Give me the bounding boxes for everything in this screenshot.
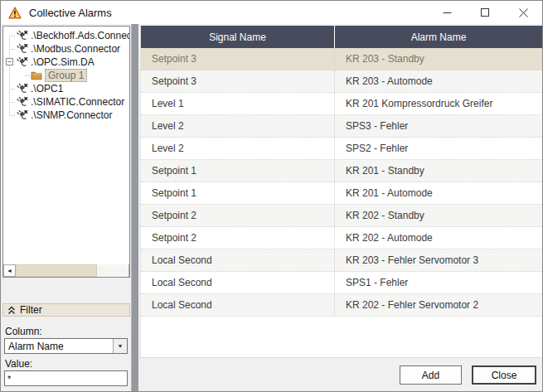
connector-tree: .\Beckhoff.Ads.Connec .\Modbus.Connector <box>3 29 129 122</box>
alarm-cell: SPS2 - Fehler <box>335 138 542 159</box>
signal-cell: Local Second <box>141 294 335 316</box>
close-window-button[interactable] <box>504 1 542 24</box>
table-row[interactable]: Setpoint 1 KR 201 - Standby <box>141 160 542 182</box>
alarm-table: Signal Name Alarm Name Setpoint 3 KR 203… <box>140 26 542 381</box>
collapse-expander-icon[interactable]: − <box>6 58 13 65</box>
connector-plug-icon <box>16 56 28 68</box>
alarm-cell: KR 201 - Automode <box>335 182 542 204</box>
tree-item-group-1[interactable]: Group 1 <box>3 69 129 82</box>
tree-item-label: .\Beckhoff.Ads.Connec <box>31 30 130 41</box>
alarm-cell: KR 203 - Fehler Servomotor 3 <box>335 249 542 271</box>
dropdown-button[interactable]: ▼ <box>113 339 127 353</box>
signal-cell: Setpoint 3 <box>141 48 335 70</box>
scroll-left-button[interactable]: ◄ <box>3 264 16 277</box>
alarm-cell: KR 202 - Standby <box>335 205 542 226</box>
signal-cell: Setpoint 3 <box>141 70 335 92</box>
table-row[interactable]: Setpoint 3 KR 203 - Standby <box>141 48 542 70</box>
tree-item-opc-sim-da[interactable]: − .\OPC.Sim.DA <box>3 56 129 69</box>
tree-horizontal-scrollbar[interactable]: ◄ ► <box>3 264 129 277</box>
tree-item-label: .\SNMP.Connector <box>31 109 113 121</box>
close-button[interactable]: Close <box>472 365 536 385</box>
folder-icon <box>31 70 42 80</box>
close-icon <box>519 8 528 17</box>
table-row[interactable]: Setpoint 2 KR 202 - Standby <box>141 205 542 227</box>
signal-cell: Level 1 <box>141 93 335 114</box>
maximize-icon <box>481 8 489 17</box>
column-label: Column: <box>5 326 42 337</box>
filter-header-label: Filter <box>20 304 42 316</box>
table-row[interactable]: Local Second KR 202 - Fehler Servomotor … <box>141 294 542 317</box>
alarm-cell: KR 202 - Automode <box>335 227 542 249</box>
panel-splitter[interactable] <box>131 24 138 391</box>
connector-plug-icon <box>16 109 28 121</box>
table-row[interactable]: Level 2 SPS3 - Fehler <box>141 115 542 138</box>
value-label: Value: <box>5 358 32 370</box>
tree-item-modbus[interactable]: .\Modbus.Connector <box>3 42 129 56</box>
signal-cell: Local Second <box>141 272 335 293</box>
scroll-right-button[interactable]: ► <box>128 264 130 277</box>
dialog-content: .\Beckhoff.Ads.Connec .\Modbus.Connector <box>1 24 542 391</box>
collective-alarms-window: Collective Alarms <box>0 0 543 392</box>
window-title: Collective Alarms <box>29 7 112 19</box>
signal-cell: Level 2 <box>141 138 335 159</box>
column-select[interactable]: Alarm Name ▼ <box>4 338 128 354</box>
alarm-table-panel: Signal Name Alarm Name Setpoint 3 KR 203… <box>138 24 542 391</box>
alarm-cell: KR 203 - Automode <box>335 70 542 92</box>
signal-cell: Setpoint 1 <box>141 160 335 181</box>
tree-item-beckhoff[interactable]: .\Beckhoff.Ads.Connec <box>3 29 129 42</box>
tree-item-label: .\Modbus.Connector <box>31 43 120 55</box>
column-header-signal-name[interactable]: Signal Name <box>141 26 335 48</box>
tree-item-label: .\OPC.Sim.DA <box>31 56 95 68</box>
alarm-cell: KR 201 - Standby <box>335 160 542 181</box>
signal-cell: Setpoint 1 <box>141 182 335 204</box>
caption-buttons <box>428 1 542 24</box>
minimize-icon <box>443 8 452 17</box>
tree-item-simatic[interactable]: .\SIMATIC.Connector <box>3 95 129 109</box>
table-header-row: Signal Name Alarm Name <box>141 26 542 48</box>
connector-plug-icon <box>16 43 28 55</box>
filter-value-input[interactable] <box>4 370 128 386</box>
minimize-button[interactable] <box>428 1 466 24</box>
bottom-action-bar: Add Close <box>138 357 542 391</box>
alarm-cell: SPS1 - Fehler <box>335 272 542 293</box>
alarm-cell: SPS3 - Fehler <box>335 115 542 137</box>
connector-plug-icon <box>16 30 28 41</box>
table-row[interactable]: Level 2 SPS2 - Fehler <box>141 138 542 160</box>
title-bar: Collective Alarms <box>1 1 542 24</box>
table-row[interactable]: Setpoint 2 KR 202 - Automode <box>141 227 542 249</box>
table-row[interactable]: Local Second SPS1 - Fehler <box>141 272 542 294</box>
warning-icon <box>8 7 22 19</box>
collapse-chevrons-icon <box>7 306 16 315</box>
tree-item-label: .\OPC1 <box>31 83 63 94</box>
connector-tree-panel: .\Beckhoff.Ads.Connec .\Modbus.Connector <box>2 26 130 278</box>
alarm-cell: KR 202 - Fehler Servomotor 2 <box>335 294 542 316</box>
maximize-button[interactable] <box>466 1 504 24</box>
filter-panel-header[interactable]: Filter <box>2 303 130 317</box>
add-button[interactable]: Add <box>400 365 462 385</box>
tree-item-snmp[interactable]: .\SNMP.Connector <box>3 109 129 122</box>
signal-cell: Level 2 <box>141 115 335 137</box>
connector-plug-icon <box>16 96 28 108</box>
alarm-cell: KR 201 Kompressordruck Greifer <box>335 93 542 114</box>
connector-plug-icon <box>16 83 28 94</box>
signal-cell: Setpoint 2 <box>141 227 335 249</box>
scrollbar-thumb[interactable] <box>16 264 97 277</box>
table-row[interactable]: Setpoint 3 KR 203 - Automode <box>141 70 542 93</box>
tree-item-label-selected: Group 1 <box>45 69 87 82</box>
column-header-alarm-name[interactable]: Alarm Name <box>335 26 542 48</box>
tree-item-label: .\SIMATIC.Connector <box>31 96 124 108</box>
signal-cell: Local Second <box>141 249 335 271</box>
scroll-left-icon: ◄ <box>7 268 12 273</box>
table-row[interactable]: Level 1 KR 201 Kompressordruck Greifer <box>141 93 542 115</box>
alarm-cell: KR 203 - Standby <box>335 48 542 70</box>
table-row[interactable]: Setpoint 1 KR 201 - Automode <box>141 182 542 205</box>
table-row[interactable]: Local Second KR 203 - Fehler Servomotor … <box>141 249 542 272</box>
signal-cell: Setpoint 2 <box>141 205 335 226</box>
chevron-down-icon: ▼ <box>118 343 124 349</box>
tree-item-opc1[interactable]: .\OPC1 <box>3 82 129 95</box>
column-select-value: Alarm Name <box>8 341 64 352</box>
